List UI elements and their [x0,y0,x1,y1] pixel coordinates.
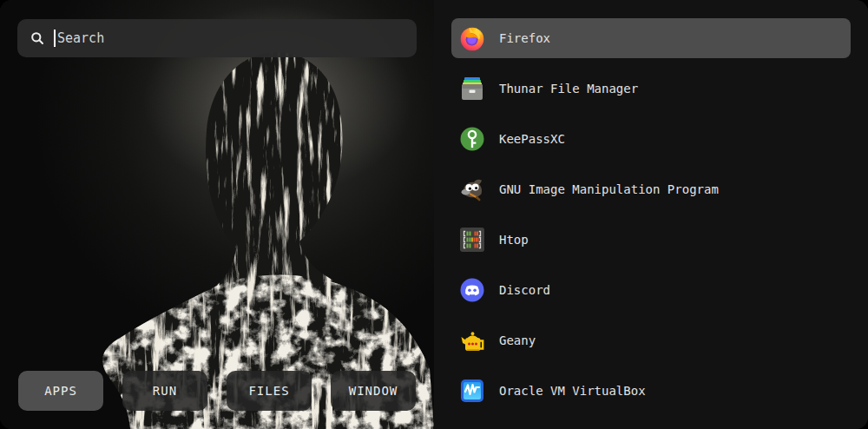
app-label: Oracle VM VirtualBox [499,384,646,398]
app-label: Htop [499,233,529,247]
app-label: Geany [499,333,536,347]
geany-icon [458,327,486,354]
search-icon [30,31,44,45]
mode-tabs: APPS RUN FILES WINDOW [18,371,416,411]
list-item-keepassxc[interactable]: KeePassXC [451,119,851,159]
app-label: Thunar File Manager [499,82,638,96]
app-label: Discord [499,283,550,297]
app-label: Firefox [499,31,550,45]
list-item-virtualbox[interactable]: Oracle VM VirtualBox [451,371,851,411]
list-item-thunar[interactable]: Thunar File Manager [451,69,851,109]
firefox-icon [458,24,486,52]
virtualbox-icon [458,377,486,405]
list-item-gimp[interactable]: GNU Image Manipulation Program [451,169,851,209]
keepassxc-icon [458,125,486,153]
app-launcher-window: APPS RUN FILES WINDOW [0,0,868,429]
tab-window[interactable]: WINDOW [331,371,416,411]
discord-icon [458,276,486,304]
search-input[interactable] [56,30,417,46]
tab-apps[interactable]: APPS [18,371,103,411]
list-item-htop[interactable]: Htop [451,220,851,260]
tab-run[interactable]: RUN [122,371,207,411]
htop-icon [458,226,486,254]
app-label: GNU Image Manipulation Program [499,182,719,196]
app-list: Firefox Thunar File Manager [451,18,851,411]
list-item-discord[interactable]: Discord [451,270,851,310]
list-item-geany[interactable]: Geany [451,320,851,360]
thunar-icon [458,75,486,102]
app-label: KeePassXC [499,132,565,146]
app-list-pane: Firefox Thunar File Manager [434,0,868,429]
background-art-fiber-bust [0,0,434,429]
search-bar [17,19,417,57]
gimp-icon [458,175,486,203]
left-pane: APPS RUN FILES WINDOW [0,0,434,429]
list-item-firefox[interactable]: Firefox [451,18,851,58]
tab-files[interactable]: FILES [227,371,312,411]
